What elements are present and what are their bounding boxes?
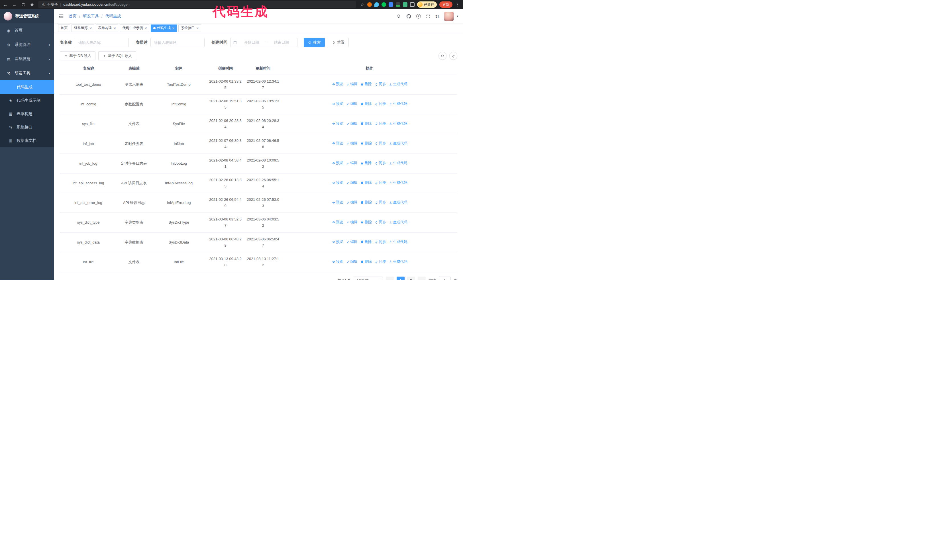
action-sync-link[interactable]: 同步 [375,140,386,146]
action-delete-link[interactable]: 删除 [360,121,372,127]
profile-paused-badge[interactable]: 已暂停 [417,2,437,8]
action-preview-link[interactable]: 预览 [332,101,343,107]
action-edit-link[interactable]: 编辑 [346,239,357,245]
extension-icon-3[interactable] [381,2,386,7]
chrome-update-button[interactable]: 更新 [439,2,452,8]
action-preview-link[interactable]: 预览 [332,160,343,166]
action-preview-link[interactable]: 预览 [332,140,343,146]
action-edit-link[interactable]: 编辑 [346,199,357,205]
extension-icon-2[interactable] [374,2,379,7]
import-sql-button[interactable]: 基于 SQL 导入 [98,51,136,60]
action-sync-link[interactable]: 同步 [375,219,386,225]
action-preview-link[interactable]: 预览 [332,199,343,205]
close-icon[interactable]: × [196,26,198,30]
action-edit-link[interactable]: 编辑 [346,101,357,107]
action-sync-link[interactable]: 同步 [375,101,386,107]
breadcrumb-tools[interactable]: 研发工具 [83,14,99,19]
action-edit-link[interactable]: 编辑 [346,121,357,127]
action-sync-link[interactable]: 同步 [375,180,386,186]
help-icon[interactable]: ? [416,14,421,18]
action-sync-link[interactable]: 同步 [375,259,386,265]
address-bar[interactable]: ⚠ 不安全 | dashboard.yudao.iocoder.cn/tool/… [38,1,356,8]
goto-page-input[interactable] [439,276,451,280]
action-preview-link[interactable]: 预览 [332,121,343,127]
action-delete-link[interactable]: 删除 [360,219,372,225]
action-sync-link[interactable]: 同步 [375,239,386,245]
close-icon[interactable]: × [172,26,175,30]
forward-icon[interactable]: → [12,2,17,7]
action-generate-link[interactable]: 生成代码 [389,140,407,146]
table-name-input[interactable] [75,38,129,47]
action-delete-link[interactable]: 删除 [360,199,372,205]
action-generate-link[interactable]: 生成代码 [389,259,407,265]
home-icon[interactable] [29,2,35,7]
extensions-puzzle-icon[interactable] [410,2,415,7]
action-sync-link[interactable]: 同步 [375,160,386,166]
tab-6[interactable]: 系统接口× [179,24,201,32]
action-edit-link[interactable]: 编辑 [346,259,357,265]
action-sync-link[interactable]: 同步 [375,81,386,87]
action-sync-link[interactable]: 同步 [375,121,386,127]
search-button[interactable]: 搜索 [304,38,325,47]
submenu-item-2[interactable]: ◈代码生成示例 [0,94,54,107]
sidebar-item-2[interactable]: ⚙系统管理▾ [0,38,54,52]
fullscreen-icon[interactable] [426,14,431,19]
action-edit-link[interactable]: 编辑 [346,219,357,225]
action-edit-link[interactable]: 编辑 [346,81,357,87]
action-delete-link[interactable]: 删除 [360,180,372,186]
breadcrumb-home[interactable]: 首页 [69,14,77,19]
action-delete-link[interactable]: 删除 [360,101,372,107]
reload-icon[interactable] [21,2,26,7]
action-generate-link[interactable]: 生成代码 [389,81,407,87]
action-delete-link[interactable]: 删除 [360,259,372,265]
logo[interactable]: 芋道管理系统 [0,9,54,23]
extension-icon-5[interactable] [396,2,400,7]
caret-down-icon[interactable]: ▼ [456,15,459,18]
back-icon[interactable]: ← [3,2,8,7]
action-preview-link[interactable]: 预览 [332,81,343,87]
action-generate-link[interactable]: 生成代码 [389,101,407,107]
tab-1[interactable]: 首页 [58,24,70,32]
next-page-button[interactable]: › [418,276,426,280]
action-generate-link[interactable]: 生成代码 [389,199,407,205]
font-size-icon[interactable]: tT [436,14,439,18]
action-generate-link[interactable]: 生成代码 [389,180,407,186]
tab-5[interactable]: 代码生成× [151,24,177,32]
extension-icon-1[interactable] [367,2,372,7]
action-delete-link[interactable]: 删除 [360,160,372,166]
tab-2[interactable]: 链路追踪× [71,24,94,32]
search-icon[interactable] [396,14,401,19]
action-preview-link[interactable]: 预览 [332,259,343,265]
bookmark-star-icon[interactable]: ☆ [360,2,365,7]
action-edit-link[interactable]: 编辑 [346,160,357,166]
user-avatar[interactable] [444,12,454,21]
sidebar-toggle-icon[interactable] [58,14,64,19]
import-db-button[interactable]: 基于 DB 导入 [60,51,95,60]
reset-button[interactable]: 重置 [328,38,349,47]
action-preview-link[interactable]: 预览 [332,239,343,245]
sidebar-item-1[interactable]: ◉首页 [0,23,54,38]
action-delete-link[interactable]: 删除 [360,239,372,245]
action-generate-link[interactable]: 生成代码 [389,239,407,245]
tab-4[interactable]: 代码生成示例× [120,24,149,32]
refresh-table-button[interactable] [449,52,457,60]
page-button-2[interactable]: 2 [407,276,415,280]
action-edit-link[interactable]: 编辑 [346,180,357,186]
sidebar-item-4[interactable]: ⚒研发工具▴ [0,66,54,80]
action-preview-link[interactable]: 预览 [332,180,343,186]
sidebar-item-3[interactable]: ▤基础设施▾ [0,52,54,66]
submenu-item-5[interactable]: ▥数据库文档 [0,134,54,147]
tab-3[interactable]: 表单构建× [96,24,118,32]
toggle-search-button[interactable] [439,52,446,60]
action-edit-link[interactable]: 编辑 [346,140,357,146]
github-icon[interactable] [406,14,412,19]
page-size-select[interactable]: 10条/页 ▼ [354,276,383,280]
submenu-item-4[interactable]: ⇆系统接口 [0,121,54,134]
close-icon[interactable]: × [89,26,92,30]
action-generate-link[interactable]: 生成代码 [389,219,407,225]
close-icon[interactable]: × [144,26,147,30]
action-preview-link[interactable]: 预览 [332,219,343,225]
action-sync-link[interactable]: 同步 [375,199,386,205]
submenu-item-3[interactable]: ▦表单构建 [0,107,54,121]
page-button-1[interactable]: 1 [396,276,405,280]
